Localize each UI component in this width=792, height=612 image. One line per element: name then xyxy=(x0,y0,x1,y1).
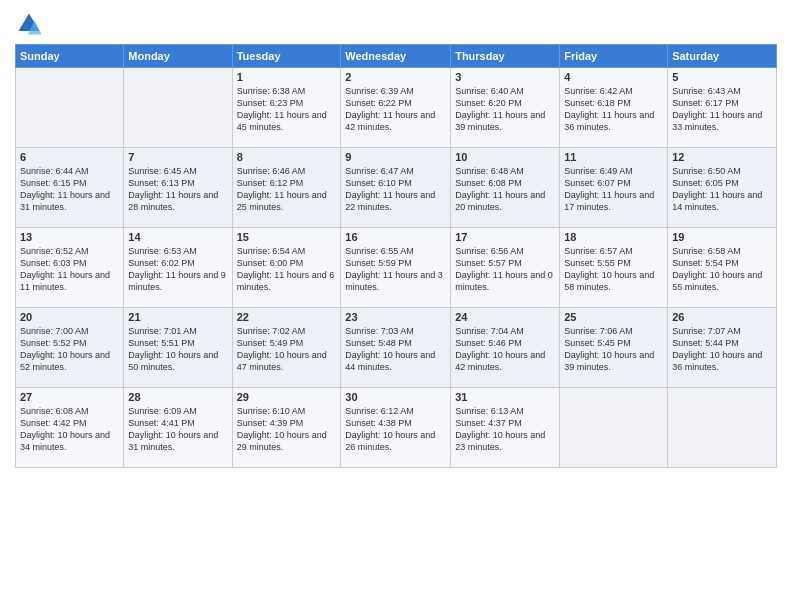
day-cell: 5Sunrise: 6:43 AM Sunset: 6:17 PM Daylig… xyxy=(668,68,777,148)
day-cell: 12Sunrise: 6:50 AM Sunset: 6:05 PM Dayli… xyxy=(668,148,777,228)
header-cell-sunday: Sunday xyxy=(16,45,124,68)
day-cell: 17Sunrise: 6:56 AM Sunset: 5:57 PM Dayli… xyxy=(451,228,560,308)
day-number: 9 xyxy=(345,151,446,163)
day-number: 3 xyxy=(455,71,555,83)
day-number: 29 xyxy=(237,391,337,403)
day-info: Sunrise: 6:50 AM Sunset: 6:05 PM Dayligh… xyxy=(672,165,772,214)
logo-icon xyxy=(15,10,43,38)
day-number: 6 xyxy=(20,151,119,163)
day-cell: 6Sunrise: 6:44 AM Sunset: 6:15 PM Daylig… xyxy=(16,148,124,228)
day-info: Sunrise: 6:48 AM Sunset: 6:08 PM Dayligh… xyxy=(455,165,555,214)
day-cell: 29Sunrise: 6:10 AM Sunset: 4:39 PM Dayli… xyxy=(232,388,341,468)
day-number: 14 xyxy=(128,231,227,243)
day-info: Sunrise: 6:12 AM Sunset: 4:38 PM Dayligh… xyxy=(345,405,446,454)
day-cell: 30Sunrise: 6:12 AM Sunset: 4:38 PM Dayli… xyxy=(341,388,451,468)
day-cell: 3Sunrise: 6:40 AM Sunset: 6:20 PM Daylig… xyxy=(451,68,560,148)
day-info: Sunrise: 6:53 AM Sunset: 6:02 PM Dayligh… xyxy=(128,245,227,294)
day-cell: 16Sunrise: 6:55 AM Sunset: 5:59 PM Dayli… xyxy=(341,228,451,308)
header-cell-friday: Friday xyxy=(560,45,668,68)
day-info: Sunrise: 7:06 AM Sunset: 5:45 PM Dayligh… xyxy=(564,325,663,374)
logo xyxy=(15,10,47,38)
day-info: Sunrise: 6:49 AM Sunset: 6:07 PM Dayligh… xyxy=(564,165,663,214)
day-cell: 7Sunrise: 6:45 AM Sunset: 6:13 PM Daylig… xyxy=(124,148,232,228)
day-number: 4 xyxy=(564,71,663,83)
day-cell: 21Sunrise: 7:01 AM Sunset: 5:51 PM Dayli… xyxy=(124,308,232,388)
day-cell: 26Sunrise: 7:07 AM Sunset: 5:44 PM Dayli… xyxy=(668,308,777,388)
day-number: 5 xyxy=(672,71,772,83)
day-cell: 13Sunrise: 6:52 AM Sunset: 6:03 PM Dayli… xyxy=(16,228,124,308)
day-cell: 28Sunrise: 6:09 AM Sunset: 4:41 PM Dayli… xyxy=(124,388,232,468)
day-cell: 18Sunrise: 6:57 AM Sunset: 5:55 PM Dayli… xyxy=(560,228,668,308)
day-info: Sunrise: 6:38 AM Sunset: 6:23 PM Dayligh… xyxy=(237,85,337,134)
week-row-1: 1Sunrise: 6:38 AM Sunset: 6:23 PM Daylig… xyxy=(16,68,777,148)
day-number: 11 xyxy=(564,151,663,163)
day-number: 30 xyxy=(345,391,446,403)
day-cell: 27Sunrise: 6:08 AM Sunset: 4:42 PM Dayli… xyxy=(16,388,124,468)
day-number: 31 xyxy=(455,391,555,403)
day-number: 1 xyxy=(237,71,337,83)
header-cell-monday: Monday xyxy=(124,45,232,68)
day-number: 10 xyxy=(455,151,555,163)
day-cell: 11Sunrise: 6:49 AM Sunset: 6:07 PM Dayli… xyxy=(560,148,668,228)
day-info: Sunrise: 6:09 AM Sunset: 4:41 PM Dayligh… xyxy=(128,405,227,454)
day-info: Sunrise: 7:02 AM Sunset: 5:49 PM Dayligh… xyxy=(237,325,337,374)
day-info: Sunrise: 7:03 AM Sunset: 5:48 PM Dayligh… xyxy=(345,325,446,374)
week-row-3: 13Sunrise: 6:52 AM Sunset: 6:03 PM Dayli… xyxy=(16,228,777,308)
day-number: 22 xyxy=(237,311,337,323)
calendar-table: SundayMondayTuesdayWednesdayThursdayFrid… xyxy=(15,44,777,468)
day-info: Sunrise: 6:44 AM Sunset: 6:15 PM Dayligh… xyxy=(20,165,119,214)
day-number: 2 xyxy=(345,71,446,83)
header-cell-thursday: Thursday xyxy=(451,45,560,68)
day-info: Sunrise: 7:00 AM Sunset: 5:52 PM Dayligh… xyxy=(20,325,119,374)
day-cell: 22Sunrise: 7:02 AM Sunset: 5:49 PM Dayli… xyxy=(232,308,341,388)
day-number: 15 xyxy=(237,231,337,243)
day-number: 21 xyxy=(128,311,227,323)
day-number: 24 xyxy=(455,311,555,323)
header-cell-tuesday: Tuesday xyxy=(232,45,341,68)
day-info: Sunrise: 6:58 AM Sunset: 5:54 PM Dayligh… xyxy=(672,245,772,294)
day-info: Sunrise: 6:13 AM Sunset: 4:37 PM Dayligh… xyxy=(455,405,555,454)
day-cell: 31Sunrise: 6:13 AM Sunset: 4:37 PM Dayli… xyxy=(451,388,560,468)
day-number: 28 xyxy=(128,391,227,403)
day-cell xyxy=(16,68,124,148)
page-header xyxy=(15,10,777,38)
day-cell: 19Sunrise: 6:58 AM Sunset: 5:54 PM Dayli… xyxy=(668,228,777,308)
day-info: Sunrise: 6:46 AM Sunset: 6:12 PM Dayligh… xyxy=(237,165,337,214)
day-info: Sunrise: 6:40 AM Sunset: 6:20 PM Dayligh… xyxy=(455,85,555,134)
day-cell: 9Sunrise: 6:47 AM Sunset: 6:10 PM Daylig… xyxy=(341,148,451,228)
day-info: Sunrise: 6:43 AM Sunset: 6:17 PM Dayligh… xyxy=(672,85,772,134)
day-info: Sunrise: 7:04 AM Sunset: 5:46 PM Dayligh… xyxy=(455,325,555,374)
day-number: 23 xyxy=(345,311,446,323)
day-number: 18 xyxy=(564,231,663,243)
day-number: 13 xyxy=(20,231,119,243)
day-cell: 15Sunrise: 6:54 AM Sunset: 6:00 PM Dayli… xyxy=(232,228,341,308)
day-number: 12 xyxy=(672,151,772,163)
day-number: 16 xyxy=(345,231,446,243)
day-cell: 14Sunrise: 6:53 AM Sunset: 6:02 PM Dayli… xyxy=(124,228,232,308)
day-number: 27 xyxy=(20,391,119,403)
day-cell: 4Sunrise: 6:42 AM Sunset: 6:18 PM Daylig… xyxy=(560,68,668,148)
day-info: Sunrise: 6:42 AM Sunset: 6:18 PM Dayligh… xyxy=(564,85,663,134)
day-info: Sunrise: 6:55 AM Sunset: 5:59 PM Dayligh… xyxy=(345,245,446,294)
day-cell: 8Sunrise: 6:46 AM Sunset: 6:12 PM Daylig… xyxy=(232,148,341,228)
day-number: 26 xyxy=(672,311,772,323)
day-info: Sunrise: 7:07 AM Sunset: 5:44 PM Dayligh… xyxy=(672,325,772,374)
day-number: 20 xyxy=(20,311,119,323)
day-number: 17 xyxy=(455,231,555,243)
day-info: Sunrise: 6:47 AM Sunset: 6:10 PM Dayligh… xyxy=(345,165,446,214)
calendar-header: SundayMondayTuesdayWednesdayThursdayFrid… xyxy=(16,45,777,68)
day-info: Sunrise: 6:52 AM Sunset: 6:03 PM Dayligh… xyxy=(20,245,119,294)
day-info: Sunrise: 6:08 AM Sunset: 4:42 PM Dayligh… xyxy=(20,405,119,454)
week-row-4: 20Sunrise: 7:00 AM Sunset: 5:52 PM Dayli… xyxy=(16,308,777,388)
day-cell: 24Sunrise: 7:04 AM Sunset: 5:46 PM Dayli… xyxy=(451,308,560,388)
day-cell: 25Sunrise: 7:06 AM Sunset: 5:45 PM Dayli… xyxy=(560,308,668,388)
day-cell xyxy=(668,388,777,468)
day-info: Sunrise: 6:39 AM Sunset: 6:22 PM Dayligh… xyxy=(345,85,446,134)
day-number: 19 xyxy=(672,231,772,243)
day-info: Sunrise: 7:01 AM Sunset: 5:51 PM Dayligh… xyxy=(128,325,227,374)
day-info: Sunrise: 6:45 AM Sunset: 6:13 PM Dayligh… xyxy=(128,165,227,214)
day-number: 25 xyxy=(564,311,663,323)
day-info: Sunrise: 6:10 AM Sunset: 4:39 PM Dayligh… xyxy=(237,405,337,454)
day-info: Sunrise: 6:57 AM Sunset: 5:55 PM Dayligh… xyxy=(564,245,663,294)
day-cell xyxy=(124,68,232,148)
